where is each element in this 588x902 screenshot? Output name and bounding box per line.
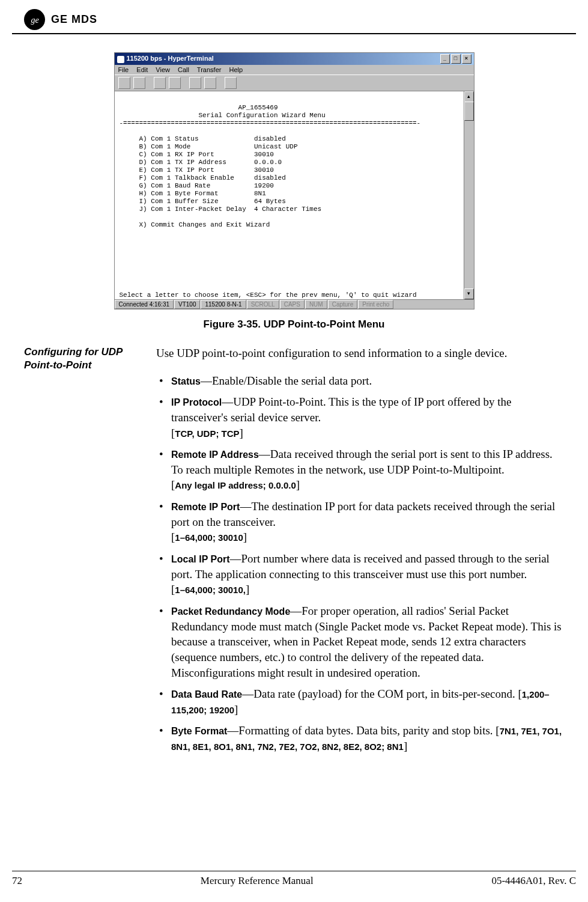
param-range: Any legal IP address; 0.0.0.0 (175, 480, 296, 490)
list-item: Status—Enable/Disable the serial data po… (156, 373, 564, 389)
statusbar: Connected 4:16:31 VT100 115200 8-N-1 SCR… (115, 299, 474, 309)
ge-monogram-icon: ge (24, 9, 45, 30)
close-button[interactable]: × (462, 54, 471, 64)
toolbar-disconnect-icon[interactable] (169, 77, 181, 89)
toolbar-properties-icon[interactable] (225, 77, 237, 89)
param-name: Remote IP Port (171, 502, 240, 512)
scroll-thumb[interactable] (464, 102, 474, 121)
status-caps: CAPS (280, 300, 305, 309)
toolbar (115, 75, 474, 91)
brand-text: GE MDS (51, 13, 97, 26)
param-range: 1–64,000; 30010 (175, 532, 243, 543)
toolbar-new-icon[interactable] (118, 77, 130, 89)
list-item: Data Baud Rate—Data rate (payload) for t… (156, 686, 564, 717)
list-item: Local IP Port—Port number where data is … (156, 551, 564, 597)
list-item: IP Protocol—UDP Point-to-Point. This is … (156, 394, 564, 440)
status-printecho: Print echo (358, 300, 393, 309)
terminal-output: AP_1655469 Serial Configuration Wizard M… (115, 91, 474, 299)
toolbar-connect-icon[interactable] (154, 77, 166, 89)
page-number: 72 (12, 875, 22, 887)
scroll-down-button[interactable]: ▾ (464, 288, 474, 299)
page-footer: 72 Mercury Reference Manual 05-4446A01, … (12, 871, 576, 887)
toolbar-receive-icon[interactable] (204, 77, 216, 89)
menu-transfer[interactable]: Transfer (197, 66, 222, 73)
list-item: Packet Redundancy Mode—For proper operat… (156, 603, 564, 680)
page-header: ge GE MDS (12, 0, 576, 34)
minimize-button[interactable]: _ (440, 54, 450, 64)
param-name: Data Baud Rate (171, 689, 242, 699)
menu-edit[interactable]: Edit (136, 66, 148, 73)
param-range: 7N1, 7E1, 7O1, 8N1, 8E1, 8O1, 8N1, 7N2, … (171, 726, 562, 752)
resize-grip-icon[interactable] (464, 300, 474, 309)
param-name: IP Protocol (171, 397, 222, 407)
section-body: Use UDP point-to-point configuration to … (156, 346, 564, 760)
vertical-scrollbar[interactable]: ▴ ▾ (464, 91, 474, 299)
maximize-button[interactable]: □ (451, 54, 461, 64)
param-name: Byte Format (171, 726, 227, 736)
status-num: NUM (305, 300, 327, 309)
figure-caption: Figure 3-35. UDP Point-to-Point Menu (24, 318, 564, 331)
intro-paragraph: Use UDP point-to-point configuration to … (156, 346, 564, 361)
menu-view[interactable]: View (156, 66, 170, 73)
svg-text:ge: ge (31, 16, 38, 25)
parameter-list: Status—Enable/Disable the serial data po… (156, 373, 564, 754)
scroll-up-button[interactable]: ▴ (464, 91, 474, 102)
list-item: Remote IP Address—Data received through … (156, 446, 564, 493)
section-side-heading: Configuring for UDP Point-to-Point (24, 346, 144, 760)
status-emulation: VT100 (174, 300, 200, 309)
menu-file[interactable]: File (118, 66, 129, 73)
status-capture: Capture (328, 300, 358, 309)
status-scroll: SCROLL (247, 300, 279, 309)
param-range: 1–64,000; 30010, (175, 585, 246, 595)
footer-title: Mercury Reference Manual (201, 875, 314, 887)
param-name: Local IP Port (171, 554, 230, 564)
status-settings: 115200 8-N-1 (201, 300, 246, 309)
window-titlebar: 115200 bps - HyperTerminal _ □ × (115, 53, 474, 65)
window-title: 115200 bps - HyperTerminal (127, 55, 214, 62)
param-name: Remote IP Address (171, 449, 259, 460)
param-name: Status (171, 376, 201, 386)
status-connected: Connected 4:16:31 (115, 300, 174, 309)
list-item: Byte Format—Formatting of data bytes. Da… (156, 723, 564, 754)
app-icon (117, 56, 124, 63)
toolbar-open-icon[interactable] (133, 77, 145, 89)
menubar: File Edit View Call Transfer Help (115, 65, 474, 75)
param-range: TCP, UDP; TCP (175, 428, 239, 439)
footer-doc-id: 05-4446A01, Rev. C (491, 875, 576, 887)
menu-call[interactable]: Call (178, 66, 189, 73)
menu-help[interactable]: Help (229, 66, 243, 73)
param-name: Packet Redundancy Mode (171, 606, 290, 617)
list-item: Remote IP Port—The destination IP port f… (156, 499, 564, 545)
toolbar-send-icon[interactable] (189, 77, 201, 89)
terminal-screenshot: 115200 bps - HyperTerminal _ □ × File Ed… (114, 52, 474, 309)
